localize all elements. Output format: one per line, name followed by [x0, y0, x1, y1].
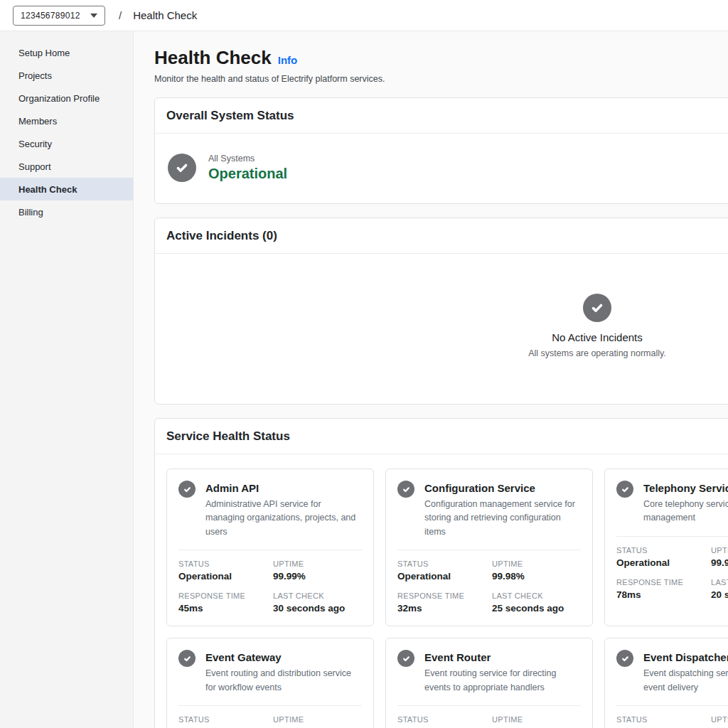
overall-status-title: Overall System Status [155, 98, 728, 134]
metric-value-last-check: 30 seconds ago [273, 603, 362, 614]
check-circle-icon [397, 650, 414, 667]
service-card-event-dispatcher: Event Dispatcher Event dispatching servi… [604, 638, 728, 728]
service-name: Telephony Service [643, 481, 728, 494]
status-value: Operational [208, 166, 287, 182]
metric-value-status: Operational [178, 571, 267, 582]
metric-label-uptime: UPTIME [273, 560, 362, 568]
metric-value-uptime: 99.95% [711, 557, 728, 569]
check-circle-icon [583, 294, 611, 322]
metric-label-response-time: RESPONSE TIME [397, 592, 486, 600]
check-circle-icon [616, 650, 633, 667]
metric-value-uptime: 99.98% [492, 571, 581, 582]
metric-value-uptime: 99.99% [273, 571, 362, 582]
active-incidents-title: Active Incidents (0) [155, 218, 728, 254]
metric-value-response-time: 78ms [616, 589, 705, 601]
service-card-event-gateway: Event Gateway Event routing and distribu… [166, 638, 374, 728]
service-grid: Admin API Administrative API service for… [166, 469, 728, 728]
check-circle-icon [168, 154, 196, 182]
metric-value-response-time: 45ms [178, 603, 267, 614]
sidebar-item-setup-home[interactable]: Setup Home [0, 41, 133, 64]
metric-value-status: Operational [616, 557, 705, 569]
service-description: Administrative API service for managing … [205, 498, 362, 539]
setup-sidebar: Setup Home Projects Organization Profile… [0, 31, 134, 728]
page-header: Health CheckInfo Monitor the health and … [154, 47, 728, 84]
status-scope-label: All Systems [208, 154, 287, 164]
service-description: Event routing service for directing even… [424, 667, 581, 695]
check-circle-icon [178, 481, 196, 498]
service-description: Core telephony service for call manageme… [643, 498, 728, 525]
service-name: Event Gateway [205, 650, 362, 663]
sidebar-item-support[interactable]: Support [0, 155, 133, 178]
service-card-telephony-service: Telephony Service Core telephony service… [604, 469, 728, 626]
metric-label-status: STATUS [397, 715, 486, 724]
service-health-title: Service Health Status [155, 419, 728, 454]
metric-label-uptime: UPTIME [711, 715, 728, 724]
service-name: Configuration Service [424, 481, 581, 494]
page-subtitle: Monitor the health and status of Electri… [154, 74, 728, 84]
sidebar-item-billing[interactable]: Billing [0, 200, 133, 223]
metric-label-response-time: RESPONSE TIME [616, 578, 705, 587]
sidebar-item-projects[interactable]: Projects [0, 64, 133, 87]
service-name: Event Router [424, 650, 581, 663]
service-name: Event Dispatcher [643, 650, 728, 663]
sidebar-item-members[interactable]: Members [0, 109, 133, 132]
page-title: Health Check [154, 47, 272, 68]
breadcrumb-current: Health Check [133, 9, 197, 21]
check-circle-icon [178, 650, 196, 667]
chevron-down-icon [90, 14, 97, 18]
no-incidents-empty-state: No Active Incidents All systems are oper… [155, 254, 728, 404]
sidebar-item-organization-profile[interactable]: Organization Profile [0, 87, 133, 109]
service-card-configuration-service: Configuration Service Configuration mana… [385, 469, 593, 626]
metric-label-status: STATUS [616, 715, 705, 724]
service-name: Admin API [205, 481, 362, 494]
service-description: Configuration management service for sto… [424, 498, 581, 539]
active-incidents-card: Active Incidents (0) No Active Incidents… [154, 218, 728, 405]
metric-label-last-check: LAST CHECK [492, 592, 581, 600]
metric-label-status: STATUS [616, 546, 705, 555]
empty-state-title: No Active Incidents [552, 331, 643, 343]
check-circle-icon [616, 481, 633, 498]
breadcrumb-separator: / [119, 9, 122, 21]
metric-label-response-time: RESPONSE TIME [178, 592, 267, 600]
metric-value-last-check: 25 seconds ago [492, 603, 581, 614]
service-card-admin-api: Admin API Administrative API service for… [166, 469, 374, 626]
metric-value-response-time: 32ms [397, 603, 486, 614]
service-description: Event routing and distribution service f… [205, 667, 362, 695]
metric-label-last-check: LAST CHECK [711, 578, 728, 587]
metric-label-uptime: UPTIME [492, 560, 581, 568]
metric-label-last-check: LAST CHECK [273, 592, 362, 600]
metric-label-uptime: UPTIME [492, 715, 581, 724]
service-description: Event dispatching service for reliable e… [643, 667, 728, 695]
metric-label-status: STATUS [397, 560, 486, 568]
metric-label-status: STATUS [178, 715, 267, 724]
account-id-dropdown[interactable]: 123456789012 [13, 6, 105, 26]
sidebar-item-health-check[interactable]: Health Check [0, 178, 133, 200]
metric-label-uptime: UPTIME [273, 715, 362, 724]
overall-system-status-card: Overall System Status All Systems Operat… [154, 97, 728, 204]
metric-value-last-check: 20 seconds ago [711, 589, 728, 601]
metric-value-status: Operational [397, 571, 486, 582]
top-bar: 123456789012 / Health Check [0, 0, 728, 31]
check-circle-icon [397, 481, 414, 498]
account-id-value: 123456789012 [21, 11, 80, 21]
service-health-status-card: Service Health Status Admin API Administ… [154, 418, 728, 728]
service-card-event-router: Event Router Event routing service for d… [385, 638, 593, 728]
sidebar-item-security[interactable]: Security [0, 132, 133, 155]
metric-label-status: STATUS [178, 560, 267, 568]
main-content: Health CheckInfo Monitor the health and … [134, 31, 728, 728]
metric-label-uptime: UPTIME [711, 546, 728, 555]
empty-state-subtitle: All systems are operating normally. [528, 348, 666, 358]
info-link[interactable]: Info [278, 54, 298, 66]
